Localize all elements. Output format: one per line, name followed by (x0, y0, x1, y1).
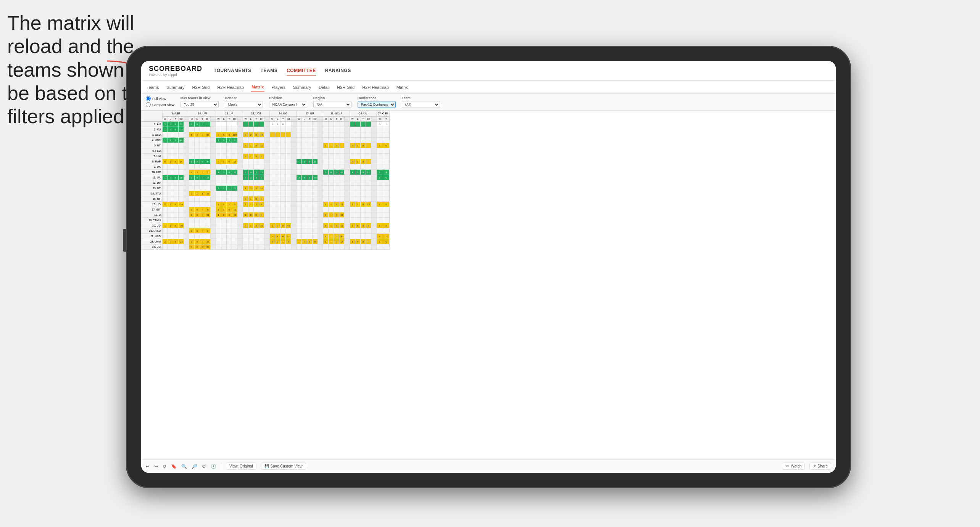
matrix-cell[interactable] (238, 244, 243, 250)
matrix-cell[interactable] (355, 138, 361, 143)
matrix-cell[interactable]: 1 (350, 239, 355, 244)
sub-nav-h2h-grid2[interactable]: H2H Grid (336, 84, 355, 91)
matrix-cell[interactable] (200, 154, 205, 159)
matrix-cell[interactable]: 1 (297, 159, 302, 164)
matrix-cell[interactable] (211, 148, 216, 154)
matrix-cell[interactable]: 1 (221, 159, 227, 164)
matrix-cell[interactable]: 0 (361, 223, 366, 228)
matrix-cell[interactable] (339, 148, 345, 154)
matrix-cell[interactable] (307, 180, 313, 186)
matrix-cell[interactable] (238, 132, 243, 138)
matrix-cell[interactable] (307, 218, 313, 223)
matrix-cell[interactable] (195, 127, 200, 132)
matrix-cell[interactable] (371, 186, 377, 191)
matrix-cell[interactable] (195, 148, 200, 154)
matrix-cell[interactable]: 0 (329, 170, 334, 175)
matrix-cell[interactable] (361, 148, 366, 154)
matrix-cell[interactable] (163, 244, 168, 250)
matrix-cell[interactable] (259, 228, 264, 234)
matrix-cell[interactable]: 0 (286, 239, 291, 244)
matrix-cell[interactable] (318, 138, 323, 143)
matrix-cell[interactable] (264, 218, 270, 223)
matrix-cell[interactable] (243, 122, 248, 127)
matrix-cell[interactable] (334, 138, 339, 143)
matrix-cell[interactable] (275, 170, 280, 175)
matrix-cell[interactable] (371, 218, 377, 223)
matrix-cell[interactable] (179, 143, 184, 148)
matrix-cell[interactable] (211, 132, 216, 138)
matrix-cell[interactable]: 1 (302, 159, 307, 164)
matrix-cell[interactable] (184, 127, 189, 132)
matrix-cell[interactable]: 0 (243, 154, 248, 159)
matrix-cell[interactable] (275, 207, 280, 212)
matrix-cell[interactable] (361, 196, 366, 202)
matrix-cell[interactable]: 1 (248, 196, 254, 202)
matrix-cell[interactable]: 0 (361, 170, 366, 175)
matrix-cell[interactable] (238, 170, 243, 175)
matrix-cell[interactable] (377, 186, 383, 191)
matrix-cell[interactable] (286, 122, 291, 127)
matrix-cell[interactable] (168, 132, 173, 138)
matrix-cell[interactable]: 0 (200, 228, 205, 234)
matrix-cell[interactable] (248, 164, 254, 170)
matrix-cell[interactable] (307, 154, 313, 159)
matrix-cell[interactable] (221, 164, 227, 170)
matrix-cell[interactable]: 51 (366, 170, 371, 175)
matrix-cell[interactable]: 1 (270, 234, 275, 239)
matrix-cell[interactable] (195, 202, 200, 207)
matrix-cell[interactable] (313, 244, 318, 250)
matrix-cell[interactable]: 1 (227, 186, 232, 191)
matrix-cell[interactable] (248, 239, 254, 244)
matrix-cell[interactable] (264, 191, 270, 196)
matrix-cell[interactable] (227, 228, 232, 234)
matrix-cell[interactable]: 1 (350, 202, 355, 207)
matrix-cell[interactable] (205, 143, 211, 148)
matrix-cell[interactable] (275, 212, 280, 218)
matrix-cell[interactable] (286, 159, 291, 164)
matrix-cell[interactable]: 22 (205, 191, 211, 196)
matrix-cell[interactable]: 0 (280, 223, 286, 228)
sub-nav-players[interactable]: Players (271, 84, 286, 91)
matrix-cell[interactable] (184, 228, 189, 234)
matrix-cell[interactable] (377, 196, 383, 202)
matrix-cell[interactable] (329, 175, 334, 180)
matrix-cell[interactable] (238, 223, 243, 228)
matrix-cell[interactable] (329, 186, 334, 191)
matrix-cell[interactable] (216, 127, 221, 132)
matrix-cell[interactable]: 1 (195, 191, 200, 196)
zoom-in-icon[interactable]: 🔎 (192, 464, 197, 469)
matrix-cell[interactable] (221, 175, 227, 180)
matrix-cell[interactable] (383, 244, 389, 250)
matrix-cell[interactable] (313, 154, 318, 159)
matrix-cell[interactable] (275, 164, 280, 170)
matrix-cell[interactable]: 0 (221, 212, 227, 218)
matrix-cell[interactable] (355, 148, 361, 154)
matrix-cell[interactable]: 0 (383, 223, 389, 228)
matrix-cell[interactable] (232, 196, 238, 202)
matrix-cell[interactable] (297, 234, 302, 239)
matrix-cell[interactable] (238, 159, 243, 164)
matrix-cell[interactable] (366, 148, 371, 154)
matrix-cell[interactable] (254, 244, 259, 250)
matrix-cell[interactable] (205, 180, 211, 186)
matrix-cell[interactable] (318, 196, 323, 202)
matrix-cell[interactable] (189, 186, 195, 191)
matrix-cell[interactable]: 0 (216, 132, 221, 138)
matrix-cell[interactable] (323, 122, 329, 127)
matrix-cell[interactable] (163, 143, 168, 148)
matrix-cell[interactable] (291, 170, 297, 175)
matrix-cell[interactable]: 0 (243, 196, 248, 202)
matrix-cell[interactable] (227, 180, 232, 186)
matrix-cell[interactable] (221, 196, 227, 202)
matrix-cell[interactable] (270, 207, 275, 212)
matrix-cell[interactable] (168, 207, 173, 212)
matrix-cell[interactable] (371, 191, 377, 196)
matrix-cell[interactable] (318, 148, 323, 154)
matrix-cell[interactable] (291, 143, 297, 148)
matrix-cell[interactable]: 0 (243, 175, 248, 180)
matrix-cell[interactable] (163, 180, 168, 186)
matrix-cell[interactable] (163, 164, 168, 170)
matrix-cell[interactable]: 9 (205, 228, 211, 234)
matrix-cell[interactable] (371, 175, 377, 180)
matrix-cell[interactable]: 1 (216, 138, 221, 143)
